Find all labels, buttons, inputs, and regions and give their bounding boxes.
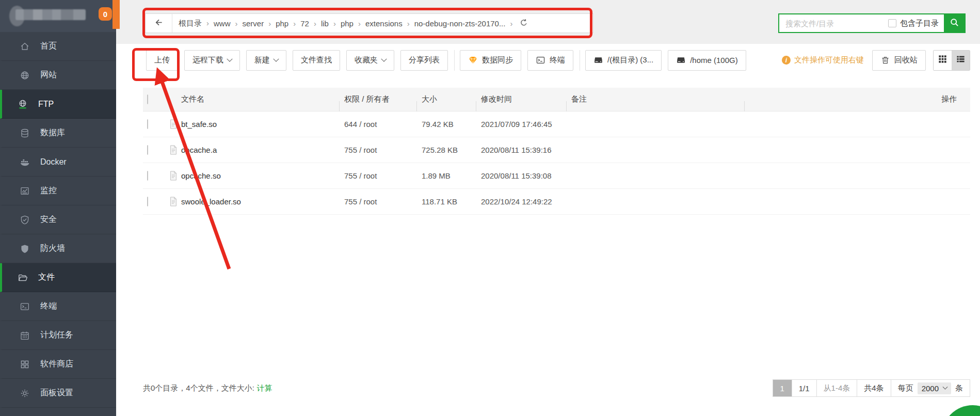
file-icon: [169, 145, 178, 155]
globe-icon: [20, 70, 30, 81]
notification-badge[interactable]: 0: [99, 7, 112, 21]
per-page-select[interactable]: 2000: [918, 382, 951, 394]
sidebar-item-label: 监控: [40, 185, 57, 196]
file-size: 79.42 KB: [416, 120, 476, 129]
sidebar-item-website[interactable]: 网站: [0, 61, 116, 90]
calc-size-link[interactable]: 计算: [257, 383, 272, 392]
swoole_loader.so: swoole_loader.so 755 / root 118.71 KB 20…: [143, 189, 970, 215]
favorites-button[interactable]: 收藏夹: [346, 50, 394, 71]
sidebar-item-files[interactable]: 文件: [0, 263, 116, 292]
file-permission: 755 / root: [339, 146, 416, 154]
bt-panel-file-manager: 0 首页 网站 FTP 数据库: [0, 0, 980, 416]
breadcrumb-item[interactable]: 根目录: [179, 19, 214, 28]
grid-view-button[interactable]: [934, 51, 952, 70]
topbar: 根目录 www server php 72 lib php extension: [116, 0, 980, 44]
breadcrumb-path: 根目录 www server php 72 lib php extension: [172, 17, 537, 30]
back-button[interactable]: [146, 14, 172, 33]
sidebar-item-ftp[interactable]: FTP: [0, 90, 116, 119]
sidebar-item-label: FTP: [38, 100, 54, 109]
file-mtime: 2021/07/09 17:46:45: [476, 120, 566, 129]
recycle-bin-button[interactable]: 回收站: [872, 50, 926, 71]
sidebar-item-security[interactable]: 安全: [0, 205, 116, 234]
monitor-icon: [20, 186, 30, 196]
breadcrumb-item[interactable]: lib: [321, 19, 341, 28]
file-mtime: 2022/10/24 12:49:22: [476, 197, 566, 206]
file-size: 1.89 MB: [416, 171, 476, 180]
remote-download-button[interactable]: 远程下载: [184, 50, 240, 71]
file-icon: [169, 170, 178, 181]
include-subdir-label: 包含子目录: [900, 19, 939, 28]
breadcrumb-item[interactable]: extensions: [365, 19, 414, 28]
disk-home-button[interactable]: /home (100G): [668, 50, 746, 71]
file-find-button[interactable]: 文件查找: [293, 50, 340, 71]
sidebar-header: 0: [0, 0, 116, 32]
file-name[interactable]: opcache.so: [181, 171, 221, 180]
sidebar-item-database[interactable]: 数据库: [0, 119, 116, 148]
col-note: 备注: [566, 94, 744, 104]
page-number-button[interactable]: 1: [773, 380, 792, 396]
file-size: 725.28 KB: [416, 146, 476, 154]
col-action: 操作: [744, 94, 970, 104]
search-input[interactable]: [779, 19, 888, 28]
sidebar-item-settings[interactable]: 面板设置: [0, 379, 116, 408]
breadcrumb-item[interactable]: php: [276, 19, 300, 28]
file-name[interactable]: opcache.a: [181, 146, 217, 154]
search-box: 包含子目录: [778, 13, 966, 33]
sidebar-item-terminal[interactable]: 终端: [0, 292, 116, 321]
sidebar-item-home[interactable]: 首页: [0, 32, 116, 61]
file-name[interactable]: bt_safe.so: [181, 120, 217, 129]
list-view-button[interactable]: [952, 51, 970, 70]
sidebar-item-monitor[interactable]: 监控: [0, 177, 116, 205]
new-button[interactable]: 新建: [246, 50, 286, 71]
terminal-button[interactable]: 终端: [527, 50, 573, 71]
breadcrumb-item[interactable]: www: [214, 19, 243, 28]
home-icon: [20, 41, 30, 52]
file-permission: 755 / root: [339, 197, 416, 206]
sidebar-item-label: 网站: [40, 70, 57, 81]
calendar-icon: [20, 330, 30, 341]
grid-squares-icon: [20, 359, 30, 370]
upload-button[interactable]: 上传: [146, 50, 178, 71]
col-filename: 文件名: [169, 94, 339, 104]
breadcrumb-item[interactable]: server: [243, 19, 276, 28]
opcache.a: opcache.a 755 / root 725.28 KB 2020/08/1…: [143, 137, 970, 163]
include-subdir-checkbox[interactable]: [888, 19, 896, 27]
row-checkbox[interactable]: [147, 171, 148, 181]
col-size: 大小: [416, 94, 476, 104]
breadcrumb-item[interactable]: no-debug-non-zts-20170...: [414, 19, 518, 28]
data-sync-button[interactable]: 数据同步: [460, 50, 521, 71]
refresh-button[interactable]: [517, 17, 531, 30]
select-all-checkbox[interactable]: [147, 94, 148, 104]
terminal-icon: [20, 301, 30, 312]
docker-icon: [20, 157, 30, 167]
breadcrumb-item[interactable]: php: [341, 19, 365, 28]
search-button[interactable]: [944, 14, 965, 32]
view-toggle: [933, 50, 970, 71]
sidebar-item-firewall[interactable]: 防火墙: [0, 234, 116, 263]
col-mtime: 修改时间: [476, 94, 566, 104]
disk-root-button[interactable]: /(根目录) (3...: [585, 50, 662, 71]
sidebar-item-appstore[interactable]: 软件商店: [0, 350, 116, 379]
page-range: 从1-4条: [816, 380, 857, 396]
folder-icon: [18, 273, 28, 283]
sidebar-item-cron[interactable]: 计划任务: [0, 321, 116, 350]
toolbar-right: 文件操作可使用右键 回收站: [782, 50, 970, 71]
trash-icon: [880, 55, 890, 65]
file-name[interactable]: swoole_loader.so: [181, 197, 241, 206]
sidebar-item-label: 软件商店: [40, 359, 73, 370]
sidebar-item-label: 终端: [40, 301, 57, 312]
share-list-button[interactable]: 分享列表: [400, 50, 448, 71]
row-checkbox[interactable]: [147, 119, 148, 129]
table-header: 文件名 权限 / 所有者 大小 修改时间 备注 操作: [143, 88, 970, 111]
sidebar-item-docker[interactable]: Docker: [0, 148, 116, 177]
page-total: 共4条: [857, 380, 890, 396]
search-icon: [950, 18, 959, 29]
content: 根目录 www server php 72 lib php extension: [116, 0, 980, 416]
breadcrumb-item[interactable]: 72: [300, 19, 321, 28]
sidebar-menu: 首页 网站 FTP 数据库 Do: [0, 32, 116, 416]
toolbar: 上传 远程下载 新建 文件查找: [116, 44, 980, 76]
row-checkbox[interactable]: [147, 197, 148, 206]
row-checkbox[interactable]: [147, 145, 148, 155]
sidebar-item-label: 防火墙: [40, 243, 65, 254]
sidebar-item-label: 数据库: [40, 127, 65, 138]
